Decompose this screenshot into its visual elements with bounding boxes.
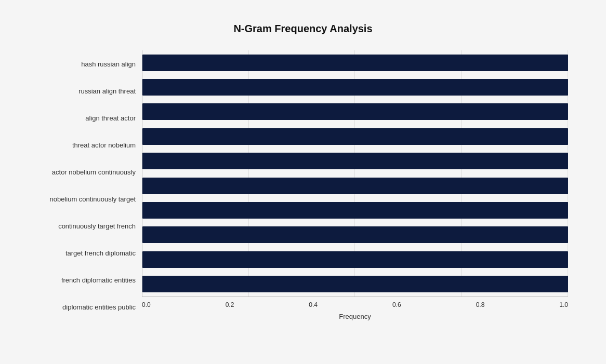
bar: [142, 128, 568, 145]
bar-row: [142, 273, 568, 295]
y-axis-label: russian align threat: [78, 77, 136, 104]
x-axis-label: Frequency: [142, 313, 568, 320]
bar-row: [142, 224, 568, 246]
bars-and-xaxis: 0.00.20.40.60.81.0 Frequency: [142, 50, 568, 320]
x-axis: 0.00.20.40.60.81.0: [142, 296, 568, 308]
y-axis-label: target french diplomatic: [65, 239, 136, 266]
bar: [142, 202, 568, 219]
bar-row: [142, 199, 568, 221]
bar: [142, 79, 568, 96]
y-axis-labels: hash russian alignrussian align threatal…: [38, 50, 142, 320]
bar: [142, 55, 568, 71]
y-axis-label: french diplomatic entities: [61, 266, 136, 293]
bar: [142, 251, 568, 268]
x-tick: 0.4: [309, 301, 318, 308]
y-axis-label: hash russian align: [81, 50, 136, 77]
x-tick: 0.8: [476, 301, 485, 308]
bar-row: [142, 101, 568, 123]
bar: [142, 178, 568, 194]
bar: [142, 276, 568, 292]
y-axis-label: align threat actor: [85, 104, 136, 131]
bar: [142, 153, 568, 169]
x-tick: 0.2: [226, 301, 234, 308]
bar-row: [142, 76, 568, 98]
bar-row: [142, 175, 568, 197]
y-axis-label: threat actor nobelium: [72, 131, 136, 158]
bar: [142, 103, 568, 120]
y-axis-label: nobelium continuously target: [50, 185, 136, 212]
y-axis-label: diplomatic entities public: [62, 293, 136, 320]
bars-area: [142, 50, 568, 296]
x-tick: 0.0: [142, 301, 151, 308]
bar-row: [142, 150, 568, 172]
chart-area: hash russian alignrussian align threatal…: [38, 50, 568, 320]
x-tick: 0.6: [392, 301, 401, 308]
chart-container: N-Gram Frequency Analysis hash russian a…: [17, 12, 589, 352]
y-axis-label: continuously target french: [58, 212, 136, 239]
chart-title: N-Gram Frequency Analysis: [38, 23, 568, 35]
bar-row: [142, 52, 568, 74]
bar-row: [142, 249, 568, 271]
y-axis-label: actor nobelium continuously: [52, 158, 136, 185]
bar: [142, 226, 568, 243]
bar-row: [142, 126, 568, 147]
x-tick: 1.0: [559, 301, 568, 308]
